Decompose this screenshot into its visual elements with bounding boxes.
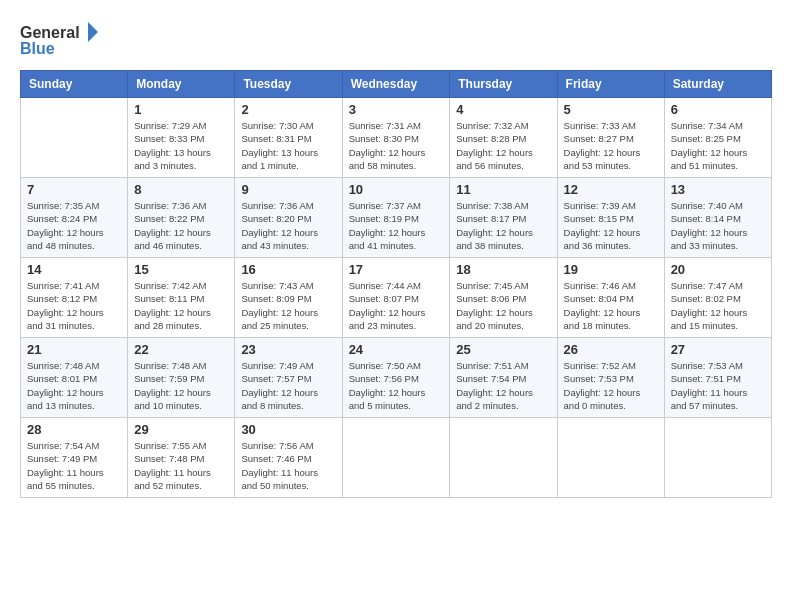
day-info: Sunrise: 7:54 AMSunset: 7:49 PMDaylight:… [27,439,121,492]
day-number: 9 [241,182,335,197]
calendar-cell: 23Sunrise: 7:49 AMSunset: 7:57 PMDayligh… [235,338,342,418]
day-info: Sunrise: 7:51 AMSunset: 7:54 PMDaylight:… [456,359,550,412]
day-info: Sunrise: 7:37 AMSunset: 8:19 PMDaylight:… [349,199,444,252]
day-number: 23 [241,342,335,357]
day-number: 16 [241,262,335,277]
day-info: Sunrise: 7:31 AMSunset: 8:30 PMDaylight:… [349,119,444,172]
day-info: Sunrise: 7:52 AMSunset: 7:53 PMDaylight:… [564,359,658,412]
calendar-cell [557,418,664,498]
day-number: 5 [564,102,658,117]
calendar-cell: 11Sunrise: 7:38 AMSunset: 8:17 PMDayligh… [450,178,557,258]
day-info: Sunrise: 7:56 AMSunset: 7:46 PMDaylight:… [241,439,335,492]
day-info: Sunrise: 7:32 AMSunset: 8:28 PMDaylight:… [456,119,550,172]
calendar-cell [664,418,771,498]
day-number: 13 [671,182,765,197]
day-info: Sunrise: 7:44 AMSunset: 8:07 PMDaylight:… [349,279,444,332]
day-number: 15 [134,262,228,277]
calendar-cell: 8Sunrise: 7:36 AMSunset: 8:22 PMDaylight… [128,178,235,258]
day-info: Sunrise: 7:33 AMSunset: 8:27 PMDaylight:… [564,119,658,172]
day-number: 11 [456,182,550,197]
calendar-cell: 14Sunrise: 7:41 AMSunset: 8:12 PMDayligh… [21,258,128,338]
day-info: Sunrise: 7:36 AMSunset: 8:22 PMDaylight:… [134,199,228,252]
calendar-cell: 30Sunrise: 7:56 AMSunset: 7:46 PMDayligh… [235,418,342,498]
day-info: Sunrise: 7:39 AMSunset: 8:15 PMDaylight:… [564,199,658,252]
calendar-week-1: 1Sunrise: 7:29 AMSunset: 8:33 PMDaylight… [21,98,772,178]
day-info: Sunrise: 7:41 AMSunset: 8:12 PMDaylight:… [27,279,121,332]
day-number: 2 [241,102,335,117]
day-number: 27 [671,342,765,357]
day-info: Sunrise: 7:45 AMSunset: 8:06 PMDaylight:… [456,279,550,332]
calendar-week-4: 21Sunrise: 7:48 AMSunset: 8:01 PMDayligh… [21,338,772,418]
calendar-week-2: 7Sunrise: 7:35 AMSunset: 8:24 PMDaylight… [21,178,772,258]
day-number: 4 [456,102,550,117]
calendar-cell: 20Sunrise: 7:47 AMSunset: 8:02 PMDayligh… [664,258,771,338]
day-info: Sunrise: 7:38 AMSunset: 8:17 PMDaylight:… [456,199,550,252]
day-info: Sunrise: 7:34 AMSunset: 8:25 PMDaylight:… [671,119,765,172]
calendar-cell: 28Sunrise: 7:54 AMSunset: 7:49 PMDayligh… [21,418,128,498]
day-info: Sunrise: 7:55 AMSunset: 7:48 PMDaylight:… [134,439,228,492]
svg-text:General: General [20,24,80,41]
calendar-cell [342,418,450,498]
header-tuesday: Tuesday [235,71,342,98]
day-number: 1 [134,102,228,117]
calendar-cell: 9Sunrise: 7:36 AMSunset: 8:20 PMDaylight… [235,178,342,258]
logo: GeneralBlue [20,20,100,60]
day-info: Sunrise: 7:48 AMSunset: 8:01 PMDaylight:… [27,359,121,412]
calendar-cell: 7Sunrise: 7:35 AMSunset: 8:24 PMDaylight… [21,178,128,258]
calendar-cell: 5Sunrise: 7:33 AMSunset: 8:27 PMDaylight… [557,98,664,178]
calendar-week-3: 14Sunrise: 7:41 AMSunset: 8:12 PMDayligh… [21,258,772,338]
calendar-cell: 21Sunrise: 7:48 AMSunset: 8:01 PMDayligh… [21,338,128,418]
header-sunday: Sunday [21,71,128,98]
header-wednesday: Wednesday [342,71,450,98]
day-info: Sunrise: 7:42 AMSunset: 8:11 PMDaylight:… [134,279,228,332]
calendar-cell: 2Sunrise: 7:30 AMSunset: 8:31 PMDaylight… [235,98,342,178]
day-info: Sunrise: 7:30 AMSunset: 8:31 PMDaylight:… [241,119,335,172]
header-monday: Monday [128,71,235,98]
day-number: 8 [134,182,228,197]
svg-text:Blue: Blue [20,40,55,57]
calendar-cell: 29Sunrise: 7:55 AMSunset: 7:48 PMDayligh… [128,418,235,498]
calendar-cell: 15Sunrise: 7:42 AMSunset: 8:11 PMDayligh… [128,258,235,338]
day-number: 26 [564,342,658,357]
day-info: Sunrise: 7:40 AMSunset: 8:14 PMDaylight:… [671,199,765,252]
day-info: Sunrise: 7:29 AMSunset: 8:33 PMDaylight:… [134,119,228,172]
day-number: 21 [27,342,121,357]
calendar-cell: 27Sunrise: 7:53 AMSunset: 7:51 PMDayligh… [664,338,771,418]
calendar-cell: 26Sunrise: 7:52 AMSunset: 7:53 PMDayligh… [557,338,664,418]
day-number: 3 [349,102,444,117]
calendar-cell: 13Sunrise: 7:40 AMSunset: 8:14 PMDayligh… [664,178,771,258]
day-info: Sunrise: 7:48 AMSunset: 7:59 PMDaylight:… [134,359,228,412]
svg-marker-2 [88,22,98,42]
logo-svg: GeneralBlue [20,20,100,60]
day-number: 20 [671,262,765,277]
day-number: 12 [564,182,658,197]
day-info: Sunrise: 7:49 AMSunset: 7:57 PMDaylight:… [241,359,335,412]
calendar-cell: 22Sunrise: 7:48 AMSunset: 7:59 PMDayligh… [128,338,235,418]
calendar-cell [21,98,128,178]
day-number: 17 [349,262,444,277]
day-number: 7 [27,182,121,197]
day-number: 24 [349,342,444,357]
calendar-cell: 17Sunrise: 7:44 AMSunset: 8:07 PMDayligh… [342,258,450,338]
calendar-cell: 16Sunrise: 7:43 AMSunset: 8:09 PMDayligh… [235,258,342,338]
calendar-cell: 18Sunrise: 7:45 AMSunset: 8:06 PMDayligh… [450,258,557,338]
day-info: Sunrise: 7:46 AMSunset: 8:04 PMDaylight:… [564,279,658,332]
calendar-cell: 3Sunrise: 7:31 AMSunset: 8:30 PMDaylight… [342,98,450,178]
day-number: 25 [456,342,550,357]
day-number: 6 [671,102,765,117]
header-friday: Friday [557,71,664,98]
calendar-week-5: 28Sunrise: 7:54 AMSunset: 7:49 PMDayligh… [21,418,772,498]
calendar-cell: 6Sunrise: 7:34 AMSunset: 8:25 PMDaylight… [664,98,771,178]
day-number: 28 [27,422,121,437]
day-number: 30 [241,422,335,437]
calendar-cell: 4Sunrise: 7:32 AMSunset: 8:28 PMDaylight… [450,98,557,178]
calendar-cell: 25Sunrise: 7:51 AMSunset: 7:54 PMDayligh… [450,338,557,418]
calendar-cell: 12Sunrise: 7:39 AMSunset: 8:15 PMDayligh… [557,178,664,258]
day-number: 29 [134,422,228,437]
day-number: 14 [27,262,121,277]
day-info: Sunrise: 7:50 AMSunset: 7:56 PMDaylight:… [349,359,444,412]
day-number: 22 [134,342,228,357]
calendar-cell: 19Sunrise: 7:46 AMSunset: 8:04 PMDayligh… [557,258,664,338]
calendar-cell: 24Sunrise: 7:50 AMSunset: 7:56 PMDayligh… [342,338,450,418]
calendar-cell: 1Sunrise: 7:29 AMSunset: 8:33 PMDaylight… [128,98,235,178]
